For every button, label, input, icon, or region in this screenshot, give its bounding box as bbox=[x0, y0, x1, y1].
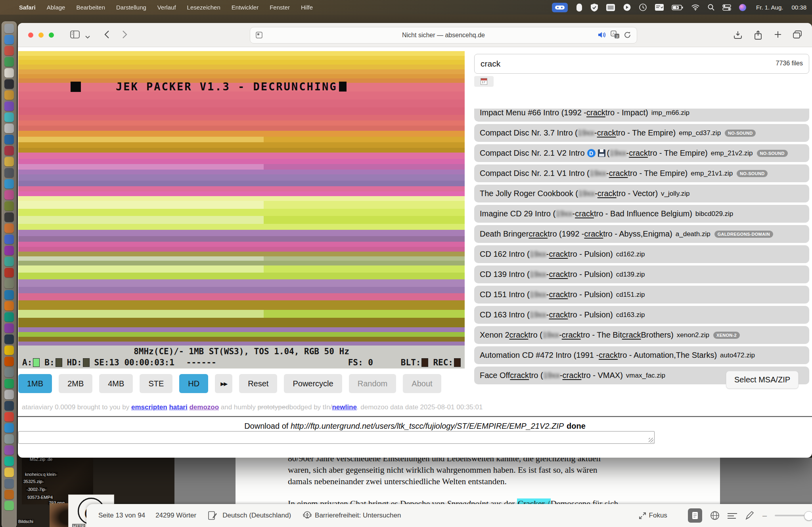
dock-icon[interactable] bbox=[4, 79, 14, 89]
menu-item-bearbeiten[interactable]: Bearbeiten bbox=[76, 4, 105, 11]
word-count[interactable]: 24299 Wörter bbox=[155, 512, 196, 519]
desktop-file-label[interactable]: 93573-EMP4 bbox=[27, 495, 54, 500]
page-proxy-icon[interactable] bbox=[256, 32, 262, 40]
translate-icon[interactable]: A文 bbox=[611, 31, 619, 40]
menu-item-verlauf[interactable]: Verlauf bbox=[157, 4, 176, 11]
result-row[interactable]: Xenon 2 cracktro (19xx - cracktro - The … bbox=[474, 326, 809, 344]
forward-button[interactable] bbox=[123, 31, 127, 40]
menu-item-darstellung[interactable]: Darstellung bbox=[116, 4, 146, 11]
desktop-file-label[interactable]: HTTP bbox=[72, 524, 85, 527]
resize-grip[interactable] bbox=[649, 438, 653, 443]
dock-icon[interactable] bbox=[4, 35, 14, 44]
page-view-button[interactable] bbox=[688, 508, 702, 523]
control-button-1mb[interactable]: 1MB bbox=[18, 374, 52, 393]
dock-icon[interactable] bbox=[4, 445, 14, 455]
dock-icon[interactable] bbox=[4, 57, 14, 67]
dock-icon[interactable] bbox=[4, 312, 14, 322]
address-bar[interactable]: Nicht sicher — absencehq.de A文 bbox=[250, 27, 637, 44]
control-button-2mb[interactable]: 2MB bbox=[59, 374, 92, 393]
dock-icon[interactable] bbox=[4, 68, 14, 78]
calendar-icon[interactable] bbox=[474, 76, 494, 87]
select-msa-zip-button[interactable]: Select MSA/ZIP bbox=[726, 371, 799, 389]
result-row[interactable]: Compact Disc Nr. 2.1 V2 IntroD(19xx - cr… bbox=[474, 144, 809, 162]
desktop-file-label[interactable]: Bildschi bbox=[17, 519, 34, 524]
zoom-out-minus[interactable]: – bbox=[762, 511, 767, 520]
dock-icon[interactable] bbox=[4, 24, 14, 33]
result-row[interactable]: Death Bringer cracktro (1992 - cracktro … bbox=[474, 225, 809, 243]
dock-icon[interactable] bbox=[4, 301, 14, 311]
window-tool-icon[interactable] bbox=[655, 3, 664, 12]
result-row[interactable]: CD 163 Intro (19xx - cracktro - Pulsion)… bbox=[474, 306, 809, 324]
menu-item-fenster[interactable]: Fenster bbox=[270, 4, 290, 11]
dock-icon[interactable] bbox=[4, 135, 14, 144]
emulator-screen[interactable]: JEK PACKER V1.3 - DECRUNCHING 8MHz(CE)/-… bbox=[18, 51, 465, 369]
zoom-slider[interactable] bbox=[775, 515, 810, 516]
pen-icon[interactable] bbox=[745, 511, 755, 520]
dock-icon[interactable] bbox=[4, 257, 14, 266]
sidebar-toggle-icon[interactable] bbox=[70, 31, 80, 40]
control-button-powercycle[interactable]: Powercycle bbox=[284, 374, 342, 393]
control-center-icon[interactable] bbox=[723, 3, 731, 12]
log-textarea[interactable] bbox=[18, 431, 655, 444]
dock-icon[interactable] bbox=[4, 113, 14, 122]
battery-icon[interactable] bbox=[672, 3, 683, 12]
dock-icon[interactable] bbox=[4, 268, 14, 277]
audio-playing-icon[interactable] bbox=[598, 31, 606, 40]
dock-icon[interactable] bbox=[4, 390, 14, 399]
dock-icon[interactable] bbox=[4, 290, 14, 300]
footer-link[interactable]: newline bbox=[332, 403, 356, 411]
dock-icon[interactable] bbox=[4, 246, 14, 255]
language-label[interactable]: Deutsch (Deutschland) bbox=[222, 512, 291, 519]
dock-icon[interactable] bbox=[4, 412, 14, 422]
menu-item-ablage[interactable]: Ablage bbox=[47, 4, 65, 11]
wifi-icon[interactable] bbox=[691, 3, 699, 12]
dock-icon[interactable] bbox=[4, 46, 14, 55]
dock-icon[interactable] bbox=[4, 179, 14, 189]
edit-doc-icon[interactable] bbox=[208, 511, 217, 520]
search-input[interactable] bbox=[474, 54, 809, 74]
minimize-window-button[interactable] bbox=[38, 32, 44, 38]
chevron-down-icon[interactable] bbox=[85, 33, 90, 40]
dock-icon[interactable] bbox=[4, 235, 14, 244]
dock-icon[interactable] bbox=[4, 223, 14, 233]
result-row[interactable]: CD 139 Intro (19xx - cracktro - Pulsion)… bbox=[474, 265, 809, 283]
zoom-window-button[interactable] bbox=[49, 32, 54, 38]
desktop-file-label[interactable]: -3002-7ip- bbox=[26, 487, 47, 492]
footer-link[interactable]: demozoo bbox=[189, 403, 219, 411]
dock-icon[interactable] bbox=[4, 456, 14, 466]
result-row[interactable]: Compact Disc Nr. 2.1 V1 Intro (19xx - cr… bbox=[474, 164, 809, 182]
dock-icon[interactable] bbox=[4, 212, 14, 222]
barcode-icon[interactable] bbox=[606, 3, 615, 12]
zoom-slider-knob[interactable] bbox=[804, 511, 812, 521]
menu-item-entwickler[interactable]: Entwickler bbox=[232, 4, 259, 11]
globe-icon[interactable] bbox=[710, 511, 720, 520]
close-window-button[interactable] bbox=[28, 32, 33, 38]
dock-icon[interactable] bbox=[4, 334, 14, 344]
dock-icon[interactable] bbox=[4, 190, 14, 200]
paragraph-lines-icon[interactable] bbox=[728, 512, 737, 519]
downloads-icon[interactable] bbox=[733, 31, 742, 41]
reload-icon[interactable] bbox=[624, 31, 631, 40]
back-button[interactable] bbox=[104, 31, 109, 40]
dock-icon[interactable] bbox=[4, 124, 14, 133]
share-icon[interactable] bbox=[754, 31, 762, 42]
result-row[interactable]: Automation CD #472 Intro (1991 - cracktr… bbox=[474, 346, 809, 364]
siri-icon[interactable] bbox=[739, 3, 746, 12]
menu-item-safari[interactable]: Safari bbox=[19, 4, 36, 11]
result-row[interactable]: Imagine CD 29 Intro (19xx - cracktro - B… bbox=[474, 205, 809, 223]
dock-icon[interactable] bbox=[4, 479, 14, 488]
menu-clock-date[interactable]: Fr. 1. Aug. bbox=[756, 4, 783, 11]
clock-icon[interactable] bbox=[639, 3, 647, 12]
footer-link[interactable]: hatari bbox=[169, 403, 187, 411]
dock-icon[interactable] bbox=[4, 423, 14, 433]
dock-icon[interactable] bbox=[4, 346, 14, 355]
new-tab-icon[interactable] bbox=[774, 31, 782, 40]
dock-icon[interactable] bbox=[4, 434, 14, 444]
control-button-reset[interactable]: Reset bbox=[239, 374, 277, 393]
control-button-ste[interactable]: STE bbox=[140, 374, 172, 393]
dock-icon[interactable] bbox=[4, 90, 14, 100]
result-row[interactable]: Compact Disc Nr. 3.7 Intro (19xx - crack… bbox=[474, 124, 809, 142]
control-button-4mb[interactable]: 4MB bbox=[99, 374, 133, 393]
menu-item-lesezeichen[interactable]: Lesezeichen bbox=[187, 4, 220, 11]
dock-icon[interactable] bbox=[4, 468, 14, 477]
